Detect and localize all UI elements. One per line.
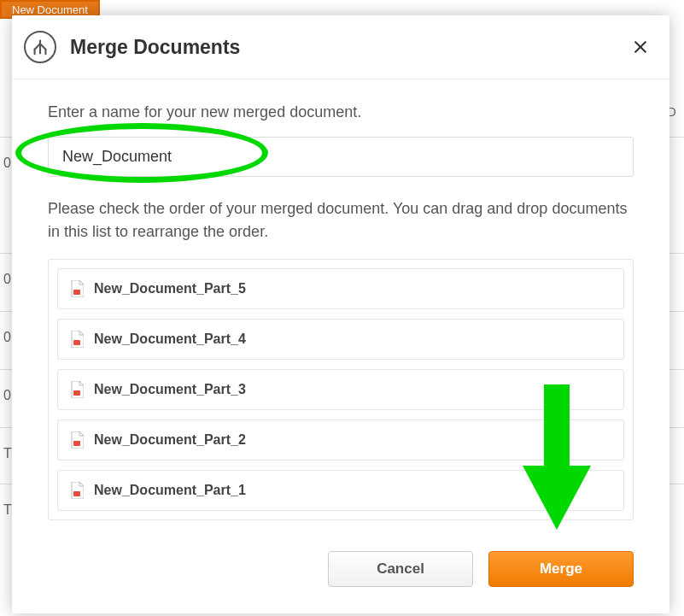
bg-new-document-label: New Document <box>12 3 88 16</box>
merge-documents-modal: Merge Documents Enter a name for your ne… <box>12 15 669 613</box>
modal-footer: Cancel Merge <box>12 551 669 616</box>
merge-button-label: Merge <box>540 560 582 578</box>
document-order-list: New_Document_Part_5 New_Document_Part_4 … <box>48 259 634 520</box>
document-name: New_Document_Part_2 <box>94 432 246 448</box>
pdf-file-icon <box>70 331 84 348</box>
pdf-file-icon <box>70 431 84 449</box>
svg-rect-4 <box>73 390 80 396</box>
modal-header: Merge Documents <box>12 15 669 79</box>
merge-icon <box>24 31 56 63</box>
close-button[interactable] <box>630 37 651 57</box>
document-list-item[interactable]: New_Document_Part_3 <box>57 369 624 410</box>
document-name: New_Document_Part_4 <box>94 331 246 347</box>
document-list-item[interactable]: New_Document_Part_1 <box>57 470 624 511</box>
pdf-file-icon <box>70 381 84 398</box>
name-prompt-text: Enter a name for your new merged documen… <box>48 103 634 121</box>
merged-document-name-input[interactable] <box>48 137 634 177</box>
document-list-item[interactable]: New_Document_Part_4 <box>57 319 624 360</box>
svg-rect-6 <box>73 491 80 496</box>
document-list-item[interactable]: New_Document_Part_2 <box>57 419 624 461</box>
order-prompt-text: Please check the order of your merged do… <box>48 197 634 243</box>
document-name: New_Document_Part_1 <box>94 483 246 498</box>
svg-rect-2 <box>73 290 80 295</box>
document-name: New_Document_Part_3 <box>94 382 246 397</box>
merge-button[interactable]: Merge <box>488 551 634 587</box>
svg-rect-3 <box>73 340 80 345</box>
modal-title: Merge Documents <box>70 36 630 59</box>
name-input-wrap <box>48 137 634 177</box>
pdf-file-icon <box>70 280 84 297</box>
modal-body: Enter a name for your new merged documen… <box>12 79 669 551</box>
cancel-button[interactable]: Cancel <box>328 551 473 587</box>
cancel-button-label: Cancel <box>377 560 424 578</box>
bg-right-cell: D <box>667 85 684 137</box>
document-list-item[interactable]: New_Document_Part_5 <box>57 268 624 309</box>
pdf-file-icon <box>70 482 84 499</box>
svg-rect-5 <box>73 441 80 446</box>
document-name: New_Document_Part_5 <box>94 281 246 296</box>
